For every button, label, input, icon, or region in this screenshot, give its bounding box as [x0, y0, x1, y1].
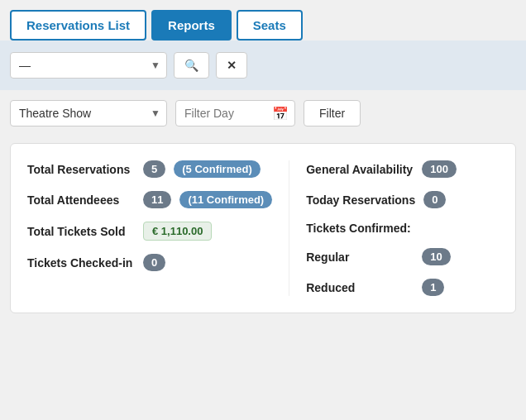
tickets-confirmed-header: Tickets Confirmed: [306, 222, 411, 235]
tab-seats[interactable]: Seats [237, 10, 303, 41]
tickets-checkedin-count: 0 [143, 254, 165, 271]
reduced-label: Reduced [306, 281, 414, 294]
reduced-count: 1 [422, 279, 444, 296]
regular-label: Regular [306, 251, 414, 264]
clear-button[interactable]: ✕ [216, 52, 247, 79]
filter-button[interactable]: Filter [304, 100, 361, 126]
search-select-wrapper: — ▼ [10, 52, 167, 79]
total-attendees-label: Total Attendeees [27, 193, 135, 207]
filter-day-input[interactable] [175, 100, 295, 126]
tab-reports[interactable]: Reports [151, 10, 232, 41]
today-reservations-count: 0 [423, 191, 446, 208]
filter-select-wrapper: Theatre Show ▼ [10, 100, 167, 126]
total-reservations-label: Total Reservations [27, 163, 135, 176]
stats-right: General Availability 100 Today Reservati… [289, 160, 499, 296]
show-filter-select[interactable]: Theatre Show [10, 100, 167, 126]
total-attendees-row: Total Attendeees 11 (11 Confirmed) [27, 191, 272, 208]
total-reservations-confirmed: (5 Confirmed) [174, 160, 261, 178]
total-tickets-price: € 1,110.00 [143, 222, 212, 241]
search-bar: — ▼ 🔍 ✕ [0, 41, 526, 90]
total-tickets-sold-row: Total Tickets Sold € 1,110.00 [27, 222, 272, 241]
nav-tabs: Reservations List Reports Seats [0, 0, 526, 41]
total-reservations-count: 5 [143, 160, 165, 178]
stats-left: Total Reservations 5 (5 Confirmed) Total… [27, 160, 289, 296]
total-attendees-confirmed: (11 Confirmed) [179, 191, 272, 208]
search-icon: 🔍 [184, 59, 198, 72]
general-availability-row: General Availability 100 [306, 160, 499, 178]
general-availability-label: General Availability [306, 163, 414, 176]
regular-row: Regular 10 [306, 248, 499, 265]
tickets-checkedin-row: Tickets Checked-in 0 [27, 254, 272, 271]
tab-reservations-list[interactable]: Reservations List [10, 10, 146, 41]
tickets-confirmed-header-row: Tickets Confirmed: [306, 222, 499, 235]
total-attendees-count: 11 [143, 191, 171, 208]
total-tickets-sold-label: Total Tickets Sold [27, 225, 135, 238]
stats-card: Total Reservations 5 (5 Confirmed) Total… [10, 143, 516, 313]
regular-count: 10 [422, 248, 450, 265]
filter-row: Theatre Show ▼ 📅 Filter [0, 90, 526, 136]
close-icon: ✕ [227, 59, 237, 72]
tickets-checkedin-label: Tickets Checked-in [27, 256, 135, 270]
search-select[interactable]: — [10, 52, 167, 79]
today-reservations-row: Today Reservations 0 [306, 191, 499, 208]
general-availability-count: 100 [422, 160, 457, 178]
search-button[interactable]: 🔍 [174, 52, 209, 79]
filter-day-wrapper: 📅 [175, 100, 295, 126]
today-reservations-label: Today Reservations [306, 193, 415, 207]
total-reservations-row: Total Reservations 5 (5 Confirmed) [27, 160, 272, 178]
reduced-row: Reduced 1 [306, 279, 499, 296]
